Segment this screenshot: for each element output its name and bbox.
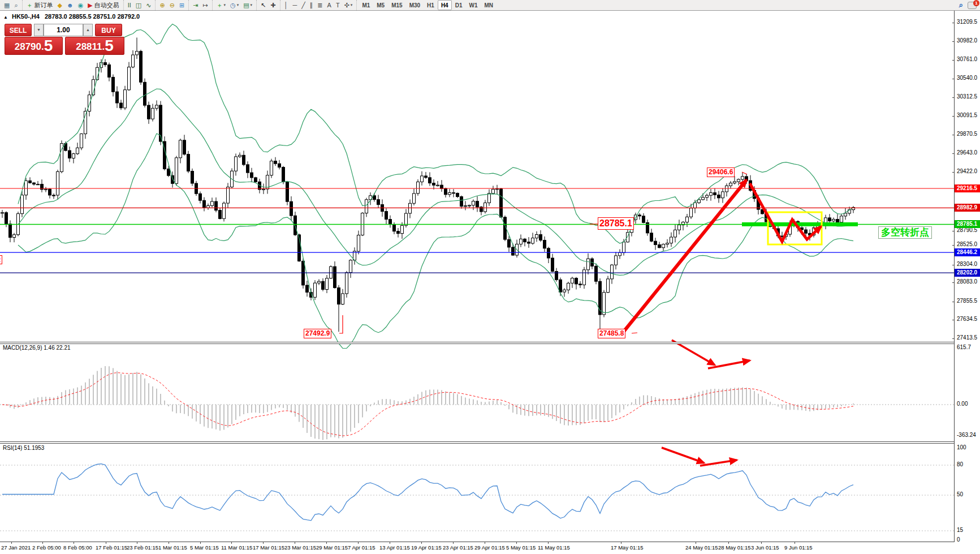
buy-price-big: 5: [105, 38, 114, 54]
price-annotation[interactable]: 29406.6: [707, 168, 735, 177]
vertical-line-tool-button[interactable]: │: [282, 0, 291, 10]
time-tick: [137, 542, 137, 544]
buy-button[interactable]: BUY: [95, 24, 122, 36]
rsi-panel-separator[interactable]: [0, 441, 980, 444]
horizontal-line-tool-button[interactable]: ─: [290, 0, 299, 10]
toolbar-group: ↖✚: [256, 0, 279, 10]
price-axis-label: 30982.0: [957, 37, 977, 44]
price-axis-label: 28304.0: [957, 261, 977, 267]
autotrading-button[interactable]: ▶自动交易: [85, 0, 121, 10]
zoom-out-button[interactable]: ⊖: [167, 0, 177, 10]
toolbar-group: ⅼⅼ◫∿: [123, 0, 156, 10]
time-axis-label: 17 Mar 01:15: [253, 544, 284, 551]
chart-canvas[interactable]: [0, 0, 980, 554]
indicators-button[interactable]: ＋▾: [214, 0, 228, 10]
chart-shift-button[interactable]: ↦: [200, 0, 210, 10]
experts-button[interactable]: ☻: [64, 0, 76, 10]
bar-chart-button[interactable]: ⅼⅼ: [126, 0, 133, 10]
price-badge: 28202.0: [955, 269, 980, 277]
signals-button[interactable]: ◉: [76, 0, 86, 10]
time-tick: [169, 542, 169, 544]
periods-button[interactable]: ◷▾: [228, 0, 241, 10]
text-tool-button[interactable]: A: [325, 0, 334, 10]
toolbar-group: ＋▾◷▾▤▾: [212, 0, 257, 10]
collapse-arrow-icon[interactable]: ▲: [3, 15, 8, 20]
timeframe-mn-button[interactable]: MN: [481, 0, 497, 10]
time-axis[interactable]: 27 Jan 20212 Feb 05:008 Feb 05:0017 Feb …: [0, 542, 980, 554]
toolbar-groups: ▦⌕＋新订单◆☻◉▶自动交易ⅼⅼ◫∿⊕⊖⊞⇥↦＋▾◷▾▤▾↖✚│─╱∥≣AT✣▾…: [0, 0, 498, 10]
depth-of-market-button[interactable]: ◆: [55, 0, 64, 10]
new-chart-icon: ▦: [4, 1, 10, 10]
volume-decrease-button[interactable]: ▼: [34, 24, 44, 36]
annotation-leader: [632, 333, 637, 333]
tile-windows-button[interactable]: ⊞: [177, 0, 187, 10]
timeframe-m30-button[interactable]: M30: [406, 0, 424, 10]
time-tick: [621, 542, 621, 544]
timeframe-h4-button[interactable]: H4: [438, 0, 452, 10]
cursor-tool-button[interactable]: ↖: [258, 0, 268, 10]
axis-tick: [952, 153, 955, 154]
fibonacci-tool-button[interactable]: ≣: [315, 0, 325, 10]
auto-scroll-button[interactable]: ⇥: [191, 0, 200, 10]
time-tick: [200, 542, 201, 544]
time-tick: [485, 542, 485, 544]
time-tick: [231, 542, 232, 544]
timeframe-m5-button[interactable]: M5: [373, 0, 388, 10]
text-label-tool-button[interactable]: T: [334, 0, 342, 10]
chevron-down-icon: ▾: [237, 3, 239, 7]
trend-note-annotation[interactable]: 多空转折点: [878, 226, 932, 239]
price-axis-label: 30761.0: [957, 56, 977, 62]
templates-button[interactable]: ▤▾: [241, 0, 254, 10]
arrows-tool-button[interactable]: ✣▾: [342, 0, 355, 10]
time-axis-label: 13 Apr 01:15: [379, 544, 410, 551]
timeframe-m15-button[interactable]: M15: [388, 0, 405, 10]
price-annotation[interactable]: 27485.8: [598, 329, 625, 338]
equidistant-channel-tool-button[interactable]: ∥: [308, 0, 316, 10]
zoom-in-button[interactable]: ⊕: [157, 0, 167, 10]
new-order-button-label: 新订单: [34, 1, 53, 10]
time-axis-label: 11 Mar 01:15: [221, 544, 252, 551]
templates-icon: ▤: [243, 1, 249, 10]
market-watch-button[interactable]: ⌕: [12, 0, 20, 10]
timeframe-w1-button[interactable]: W1: [465, 0, 481, 10]
buy-price-button[interactable]: 28811. 5: [65, 37, 124, 55]
candlestick-chart-button[interactable]: ◫: [133, 0, 144, 10]
volume-input[interactable]: 1.00: [44, 24, 83, 36]
new-chart-button[interactable]: ▦: [2, 0, 12, 10]
line-chart-button[interactable]: ∿: [144, 0, 153, 10]
macd-panel-separator[interactable]: [0, 342, 980, 344]
price-annotation[interactable]: 27492.9: [304, 329, 331, 338]
price-axis[interactable]: 31209.530982.030761.030540.030312.530091…: [955, 0, 980, 554]
chat-icon[interactable]: 1: [968, 2, 977, 9]
crosshair-tool-button[interactable]: ✚: [268, 0, 278, 10]
time-axis-label: 24 May 01:15: [685, 544, 718, 551]
timeframe-d1-button[interactable]: D1: [452, 0, 466, 10]
price-axis-label: 28525.0: [957, 241, 977, 247]
price-badge: 29216.5: [955, 184, 980, 192]
price-annotation[interactable]: 28785.1: [598, 217, 634, 230]
trendline-tool-button[interactable]: ╱: [299, 0, 308, 10]
macd-axis-label: 0.00: [957, 401, 968, 407]
clipped-price-annotation: 2: [0, 255, 2, 264]
candles: [1, 37, 855, 332]
new-order-button[interactable]: ＋新订单: [24, 0, 55, 10]
rsi-line: [2, 464, 853, 521]
time-tick: [390, 542, 390, 544]
time-axis-label: 19 Apr 01:15: [411, 544, 442, 551]
axis-tick: [952, 320, 955, 320]
cursor-tool-icon: ↖: [261, 1, 266, 10]
price-axis-label: 30091.5: [957, 112, 977, 118]
text-tool-icon: A: [327, 1, 331, 10]
axis-tick: [952, 282, 955, 283]
bollinger-band: [18, 134, 853, 349]
time-axis-label: 28 May 01:15: [718, 544, 751, 551]
timeframe-h1-button[interactable]: H1: [424, 0, 438, 10]
price-axis-label: 30540.0: [957, 75, 977, 81]
rsi-axis-label: 15: [957, 527, 963, 533]
volume-increase-button[interactable]: ▲: [83, 24, 93, 36]
sell-button[interactable]: SELL: [5, 24, 32, 36]
timeframe-m1-button[interactable]: M1: [359, 0, 373, 10]
one-click-trading-panel: SELL ▼ 1.00 ▲ BUY 28790. 5 28811. 5: [5, 24, 124, 55]
sell-price-button[interactable]: 28790. 5: [5, 37, 63, 55]
search-icon[interactable]: ⌕: [959, 1, 963, 10]
